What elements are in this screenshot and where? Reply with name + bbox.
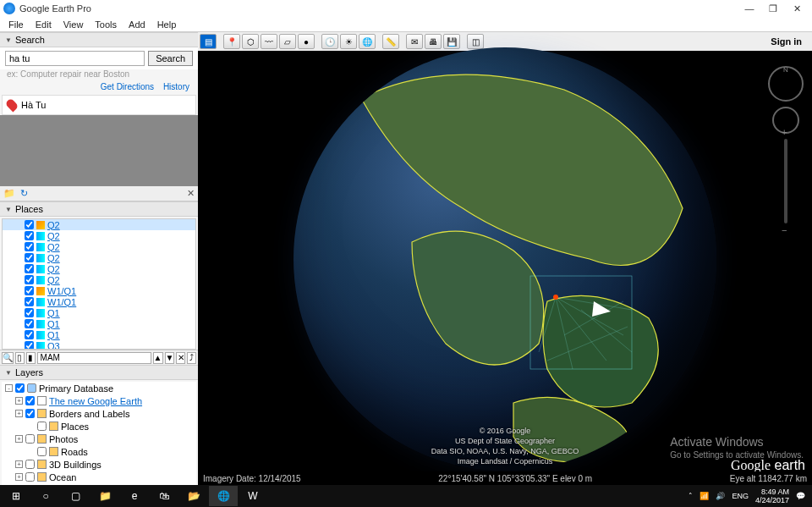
search-panel-header[interactable]: ▼Search <box>0 32 198 47</box>
expand-icon[interactable]: - <box>5 384 13 392</box>
place-item[interactable]: Q2 <box>3 241 195 252</box>
menu-view[interactable]: View <box>58 19 89 30</box>
edge-button[interactable]: e <box>120 486 149 506</box>
layer-item[interactable]: Places <box>2 420 196 433</box>
place-label[interactable]: Q1 <box>47 330 60 340</box>
place-item[interactable]: Q2 <box>3 219 195 230</box>
place-checkbox[interactable] <box>25 220 34 229</box>
place-checkbox[interactable] <box>25 286 34 295</box>
place-checkbox[interactable] <box>25 319 34 328</box>
layer-item[interactable]: +Borders and Labels <box>2 407 196 420</box>
place-label[interactable]: Q2 <box>47 253 60 263</box>
search-places-icon[interactable]: 🔍 <box>2 352 14 364</box>
layers-list[interactable]: -Primary Database+The new Google Earth+B… <box>2 382 196 485</box>
systray[interactable]: ˄ 📶 🔊 ENG 8:49 AM4/24/2017 💬 <box>689 488 810 504</box>
wifi-icon[interactable]: 📶 <box>700 492 709 500</box>
delete-button[interactable]: ✕ <box>176 352 185 364</box>
expand-icon[interactable]: + <box>15 410 23 417</box>
search-result[interactable]: Hà Tu <box>2 95 196 115</box>
look-ring[interactable] <box>768 66 804 102</box>
place-item[interactable]: Q2 <box>3 252 195 263</box>
hide-sidebar-button[interactable]: ▤ <box>200 34 217 49</box>
menu-tools[interactable]: Tools <box>90 19 122 30</box>
place-checkbox[interactable] <box>25 253 34 262</box>
lang-indicator[interactable]: ENG <box>732 492 749 500</box>
layers-panel-header[interactable]: ▼Layers <box>0 365 198 380</box>
layer-checkbox[interactable] <box>25 472 35 482</box>
place-label[interactable]: Q2 <box>47 275 60 285</box>
volume-icon[interactable]: 🔊 <box>716 492 725 500</box>
places-filter-input[interactable] <box>37 352 151 364</box>
layer-checkbox[interactable] <box>37 422 47 431</box>
panel2-icon[interactable]: ▮ <box>26 352 36 364</box>
place-checkbox[interactable] <box>25 341 34 350</box>
place-checkbox[interactable] <box>25 231 34 240</box>
layer-checkbox[interactable] <box>25 460 35 469</box>
nav-controls[interactable] <box>768 66 804 229</box>
place-label[interactable]: Q3 <box>47 341 60 350</box>
layer-checkbox[interactable] <box>25 396 35 405</box>
get-directions-link[interactable]: Get Directions <box>101 82 154 91</box>
map-view[interactable]: ▤ 📍 ⬡ 〰 ▱ ● 🕒 ☀ 🌐 📏 ✉ 🖶 💾 ◫ Sign in <box>198 32 812 485</box>
place-label[interactable]: W1/Q1 <box>47 297 76 307</box>
refresh-icon[interactable]: ↻ <box>20 188 28 199</box>
expand-icon[interactable]: + <box>15 435 23 443</box>
place-checkbox[interactable] <box>25 242 34 251</box>
search-input[interactable] <box>5 51 145 66</box>
place-label[interactable]: Q2 <box>47 220 60 230</box>
place-label[interactable]: Q1 <box>47 308 60 318</box>
place-item[interactable]: Q2 <box>3 230 195 241</box>
layer-item[interactable]: +3D Buildings <box>2 458 196 471</box>
notifications-icon[interactable]: 💬 <box>796 492 805 500</box>
taskview-button[interactable]: ▢ <box>61 486 90 506</box>
places-list[interactable]: Q2Q2Q2Q2Q2Q2W1/Q1W1/Q1Q1Q1Q1Q3B329B329MU… <box>2 218 196 350</box>
place-item[interactable]: Q3 <box>3 340 195 350</box>
expand-icon[interactable]: + <box>15 473 23 481</box>
place-label[interactable]: W1/Q1 <box>47 286 76 296</box>
maximize-button[interactable]: ❐ <box>761 3 785 14</box>
minimize-button[interactable]: — <box>738 3 761 14</box>
place-item[interactable]: W1/Q1 <box>3 296 195 307</box>
history-link[interactable]: History <box>163 82 189 91</box>
folder-button[interactable]: 📂 <box>179 486 208 506</box>
expand-icon[interactable]: + <box>15 397 23 405</box>
place-checkbox[interactable] <box>25 297 34 306</box>
folder-icon[interactable]: 📁 <box>3 188 15 199</box>
layer-item[interactable]: Roads <box>2 445 196 458</box>
menu-file[interactable]: File <box>3 19 29 30</box>
layer-checkbox[interactable] <box>37 447 47 456</box>
layer-item[interactable]: +Photos <box>2 433 196 445</box>
place-label[interactable]: Q2 <box>47 242 60 252</box>
clock[interactable]: 8:49 AM4/24/2017 <box>755 488 789 504</box>
start-button[interactable]: ⊞ <box>2 486 30 506</box>
place-checkbox[interactable] <box>25 330 34 339</box>
place-item[interactable]: Q1 <box>3 307 195 318</box>
place-item[interactable]: Q2 <box>3 274 195 285</box>
places-panel-header[interactable]: ▼Places <box>0 201 198 217</box>
place-label[interactable]: Q2 <box>47 231 60 241</box>
place-label[interactable]: Q2 <box>47 264 60 274</box>
search-button[interactable]: Search <box>148 51 193 66</box>
word-button[interactable]: W <box>239 486 267 506</box>
place-checkbox[interactable] <box>25 264 34 273</box>
chevron-up-icon[interactable]: ˄ <box>689 492 693 500</box>
layer-item[interactable]: +The new Google Earth <box>2 394 196 407</box>
explorer-button[interactable]: 📁 <box>91 486 119 506</box>
zoom-slider[interactable] <box>784 139 787 223</box>
menu-help[interactable]: Help <box>152 19 182 30</box>
close-button[interactable]: ✕ <box>785 3 809 14</box>
layer-label[interactable]: The new Google Earth <box>49 396 142 406</box>
place-item[interactable]: W1/Q1 <box>3 285 195 296</box>
layer-checkbox[interactable] <box>15 383 25 393</box>
place-checkbox[interactable] <box>25 275 34 284</box>
up-button[interactable]: ▲ <box>153 352 163 364</box>
placemark-button[interactable]: 📍 <box>223 34 240 49</box>
store-button[interactable]: 🛍 <box>150 486 178 506</box>
cortana-button[interactable]: ○ <box>31 486 60 506</box>
menu-edit[interactable]: Edit <box>30 19 57 30</box>
place-item[interactable]: Q1 <box>3 318 195 329</box>
menu-add[interactable]: Add <box>123 19 151 30</box>
layer-item[interactable]: -Primary Database <box>2 382 196 394</box>
layer-item[interactable]: +Weather <box>2 483 196 485</box>
taskbar[interactable]: ⊞ ○ ▢ 📁 e 🛍 📂 🌐 W ˄ 📶 🔊 ENG 8:49 AM4/24/… <box>0 485 812 507</box>
